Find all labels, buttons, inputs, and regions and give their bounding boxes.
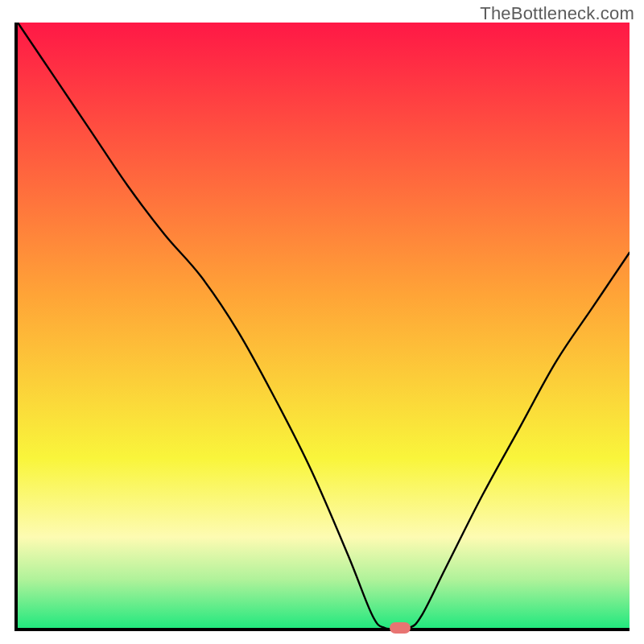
watermark-text: TheBottleneck.com — [480, 3, 634, 24]
chart-frame — [14, 23, 630, 631]
minimum-marker — [390, 622, 411, 634]
chart-curve — [18, 23, 630, 628]
